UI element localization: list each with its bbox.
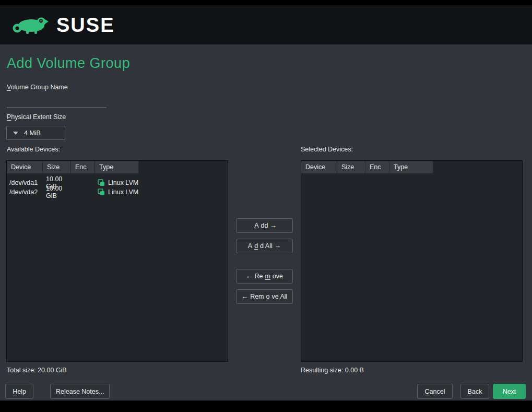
cell-type: Linux LVM: [95, 179, 179, 186]
cell-device: /dev/vda2: [7, 189, 43, 196]
arrow-right-icon: →: [270, 222, 277, 229]
chevron-down-icon: [13, 132, 18, 135]
resulting-size-label: Resulting size: 0.00 B: [301, 367, 364, 374]
volume-group-name-input[interactable]: [7, 97, 107, 108]
release-notes-button[interactable]: Release Notes...: [50, 384, 110, 399]
arrow-right-icon: →: [275, 242, 281, 250]
physical-extent-size-select[interactable]: 4 MiB: [6, 126, 65, 140]
column-header-device: Device: [7, 161, 43, 174]
suse-logo: SUSE: [10, 13, 114, 37]
table-body: /dev/vda1 10.00 GiB Linux LVM /dev/vda2 …: [7, 174, 228, 197]
total-size-label: Total size: 20.00 GiB: [7, 367, 67, 374]
next-button[interactable]: Next: [493, 384, 526, 399]
back-button[interactable]: Back: [460, 384, 489, 399]
column-header-type: Type: [389, 161, 433, 174]
lvm-icon: [98, 189, 105, 196]
page-title: Add Volume Group: [7, 55, 130, 72]
volume-group-name-label: Volume Group Name: [7, 84, 68, 91]
physical-extent-size-value: 4 MiB: [24, 130, 41, 137]
table-row[interactable]: /dev/vda2 10.00 GiB Linux LVM: [7, 187, 228, 197]
column-header-enc: Enc: [365, 161, 389, 174]
cancel-button[interactable]: Cancel: [417, 384, 453, 399]
selected-devices-table[interactable]: Device Size Enc Type: [301, 160, 523, 362]
lvm-icon: [98, 179, 105, 186]
remove-button[interactable]: ←Remove: [236, 269, 293, 284]
cell-type-label: Linux LVM: [108, 189, 138, 196]
table-header: Device Size Enc Type: [7, 161, 228, 174]
column-header-device: Device: [301, 161, 337, 174]
column-header-type: Type: [95, 161, 139, 174]
column-header-size: Size: [43, 161, 71, 174]
remove-all-button[interactable]: ←Remove All: [236, 289, 293, 304]
column-header-enc: Enc: [71, 161, 95, 174]
suse-chameleon-icon: [10, 13, 49, 37]
add-volume-group-dialog: { "colors": { "accent_green": "#30ba78",…: [0, 0, 532, 412]
arrow-left-icon: ←: [242, 293, 249, 300]
available-devices-table[interactable]: Device Size Enc Type /dev/vda1 10.00 GiB…: [6, 160, 228, 362]
brand-wordmark: SUSE: [56, 15, 114, 35]
selected-devices-label: Selected Devices:: [301, 146, 353, 153]
cell-type-label: Linux LVM: [108, 179, 138, 186]
column-header-size: Size: [337, 161, 365, 174]
available-devices-label: Available Devices:: [7, 146, 60, 153]
table-row[interactable]: /dev/vda1 10.00 GiB Linux LVM: [7, 178, 228, 187]
cell-device: /dev/vda1: [7, 179, 43, 186]
table-body: [301, 174, 522, 178]
arrow-left-icon: ←: [246, 273, 253, 280]
physical-extent-size-label: Physical Extent Size: [7, 113, 66, 121]
header-bar: SUSE: [0, 5, 532, 44]
add-all-button[interactable]: Add All→: [236, 239, 293, 253]
help-button[interactable]: Help: [5, 384, 33, 399]
add-button[interactable]: Add→: [236, 218, 293, 233]
table-header: Device Size Enc Type: [301, 161, 522, 174]
cell-type: Linux LVM: [95, 189, 179, 196]
cell-size: 10.00 GiB: [43, 185, 71, 199]
